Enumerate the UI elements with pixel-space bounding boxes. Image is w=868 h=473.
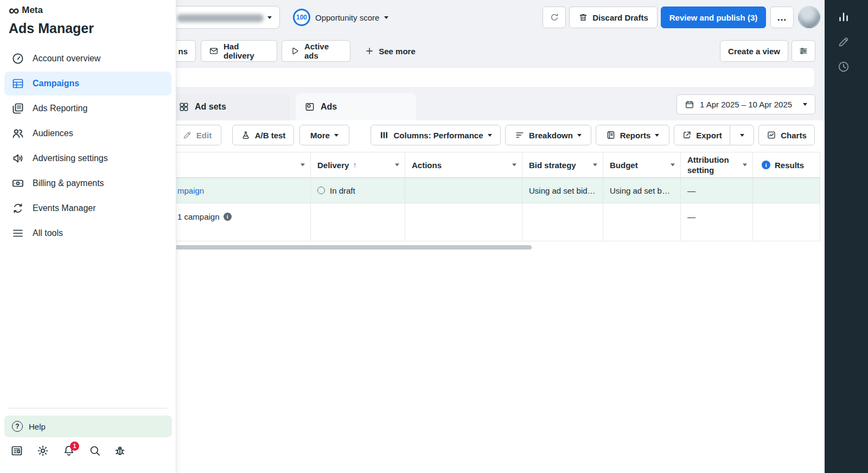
envelope-icon: [209, 46, 219, 56]
view-settings-button[interactable]: [792, 40, 815, 62]
more-actions-button[interactable]: More: [299, 125, 349, 145]
events-manager-icon: [11, 202, 24, 215]
columns-button[interactable]: Columns: Performance: [371, 125, 501, 145]
search-button[interactable]: [86, 442, 104, 460]
discard-drafts-button[interactable]: Discard Drafts: [569, 7, 658, 28]
account-overview-icon: [11, 52, 24, 65]
refresh-button[interactable]: [542, 7, 566, 28]
draft-status-icon: [317, 187, 325, 194]
sidebar-item-events-manager[interactable]: Events Manager: [4, 196, 171, 220]
sidebar-item-account-overview[interactable]: Account overview: [4, 47, 171, 71]
ads-reporting-icon: [11, 102, 24, 115]
chart-bars-icon: [837, 10, 850, 23]
breakdown-button[interactable]: Breakdown: [505, 125, 591, 145]
filter-chip-had-delivery[interactable]: Had delivery: [201, 40, 277, 62]
meta-logo: ∞ Meta: [9, 3, 43, 17]
export-label: Export: [696, 131, 722, 140]
notification-badge: 1: [70, 442, 79, 451]
sidebar-item-label: All tools: [33, 228, 63, 238]
chevron-down-icon: [655, 134, 659, 137]
column-header-delivery[interactable]: Delivery ↑: [311, 152, 405, 178]
chevron-down-icon[interactable]: [395, 164, 399, 167]
updates-button[interactable]: [8, 442, 26, 460]
profile-avatar[interactable]: [798, 6, 820, 28]
campaigns-icon: [11, 77, 24, 90]
chevron-down-icon: [384, 16, 388, 19]
flask-icon: [241, 130, 251, 140]
chevron-down-icon: [267, 16, 272, 19]
chevron-down-icon: [334, 134, 339, 137]
summary-row-results-cell: [753, 203, 820, 241]
report-bug-button[interactable]: [111, 442, 129, 460]
column-header-bid-strategy[interactable]: Bid strategy: [522, 152, 603, 178]
opportunity-score[interactable]: 100 Opportunity score: [293, 7, 388, 28]
filter-chip-active-ads[interactable]: Active ads: [282, 40, 350, 62]
sidebar-item-audiences[interactable]: Audiences: [4, 122, 171, 145]
sidebar-item-advertising-settings[interactable]: Advertising settings: [4, 146, 171, 170]
column-header-actions[interactable]: Actions: [405, 152, 522, 178]
sort-ascending-icon[interactable]: ↑: [353, 161, 356, 169]
edit-label: Edit: [196, 131, 212, 140]
columns-icon: [379, 130, 389, 140]
rail-history-button[interactable]: [831, 55, 856, 78]
billing-icon: [11, 177, 24, 190]
notifications-button[interactable]: 1: [60, 442, 78, 460]
charts-button[interactable]: Charts: [758, 125, 815, 145]
date-range-picker[interactable]: 1 Apr 2025 – 10 Apr 2025: [676, 94, 815, 114]
export-icon: [682, 130, 692, 140]
table-row-attribution-cell: —: [681, 178, 753, 203]
edit-button[interactable]: Edit: [173, 125, 221, 145]
more-options-button[interactable]: …: [770, 7, 794, 28]
column-header-budget[interactable]: Budget: [603, 152, 681, 178]
discard-drafts-label: Discard Drafts: [592, 13, 648, 22]
sidebar-item-label: Audiences: [33, 129, 73, 138]
review-and-publish-button[interactable]: Review and publish (3): [661, 7, 766, 28]
filter-search-bar[interactable]: [108, 67, 815, 88]
ad-sets-icon: [178, 101, 189, 112]
chevron-down-icon[interactable]: [671, 164, 675, 167]
ads-icon: [304, 101, 315, 112]
gear-icon: [36, 444, 49, 457]
create-a-view-button[interactable]: Create a view: [720, 40, 788, 62]
campaign-name-link[interactable]: mpaign: [177, 186, 204, 195]
rail-charts-button[interactable]: [831, 5, 856, 28]
sidebar-item-billing-payments[interactable]: Billing & payments: [4, 171, 171, 195]
tab-ads[interactable]: Ads: [296, 93, 416, 120]
table-row-bid-strategy-cell: Using ad set bid…: [522, 178, 603, 203]
date-range-label: 1 Apr 2025 – 10 Apr 2025: [700, 100, 792, 109]
ab-test-button[interactable]: A/B test: [232, 125, 294, 145]
chevron-down-icon: [577, 134, 582, 137]
horizontal-scrollbar[interactable]: [130, 245, 532, 250]
export-button[interactable]: Export: [674, 125, 730, 145]
sidebar-item-label: Ads Reporting: [33, 104, 87, 113]
chevron-down-icon[interactable]: [301, 164, 305, 167]
rail-edit-button[interactable]: [831, 30, 856, 53]
see-more-filters-button[interactable]: See more: [360, 40, 420, 62]
bell-icon: 1: [62, 444, 75, 457]
chevron-down-icon[interactable]: [593, 164, 597, 167]
column-header-results[interactable]: i Results: [753, 152, 820, 178]
sidebar-item-campaigns[interactable]: Campaigns: [4, 72, 171, 95]
calendar-icon: [685, 100, 694, 110]
columns-label: Columns: Performance: [393, 131, 483, 140]
plus-icon: [365, 46, 374, 56]
summary-row-bid-strategy-cell: [522, 203, 603, 241]
table-row-budget-cell: Using ad set bu…: [603, 178, 681, 203]
attribution-value: —: [687, 186, 695, 195]
delivery-status-label: In draft: [330, 186, 355, 195]
breakdown-icon: [515, 130, 525, 140]
settings-button[interactable]: [34, 442, 52, 460]
info-icon[interactable]: i: [224, 213, 232, 221]
chevron-down-icon[interactable]: [743, 164, 747, 167]
column-header-attribution-setting[interactable]: Attribution setting: [681, 152, 753, 178]
export-options-button[interactable]: [730, 125, 754, 145]
pencil-icon: [837, 35, 850, 48]
reports-button[interactable]: Reports: [596, 125, 669, 145]
sidebar-item-ads-reporting[interactable]: Ads Reporting: [4, 97, 171, 120]
help-button[interactable]: ? Help: [4, 416, 172, 437]
trash-icon: [578, 12, 588, 22]
reports-label: Reports: [620, 131, 651, 140]
chevron-down-icon[interactable]: [512, 164, 516, 167]
account-name-redacted: [177, 14, 264, 22]
sidebar-item-all-tools[interactable]: All tools: [4, 221, 171, 245]
